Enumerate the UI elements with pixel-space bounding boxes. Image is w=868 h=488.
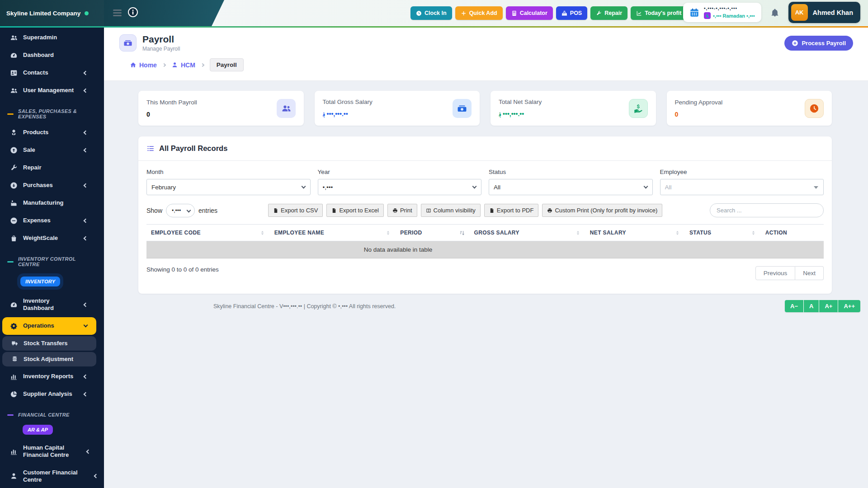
sidebar-item-operations[interactable]: Operations — [2, 317, 96, 335]
online-status-dot — [85, 11, 89, 15]
column-header-employee-code[interactable]: EMPLOYEE CODE — [146, 225, 270, 241]
quick-add-button[interactable]: Quick Add — [455, 6, 503, 20]
section-dash — [7, 113, 14, 115]
column-header-net-salary[interactable]: NET SALARY — [585, 225, 685, 241]
page-subtitle: Manage Payroll — [142, 46, 180, 52]
sidebar-item-expenses[interactable]: Expenses — [2, 212, 96, 230]
sidebar-item-human-capital-fc[interactable]: Human Capital Financial Centre — [2, 439, 96, 464]
file-icon — [273, 208, 278, 213]
sidebar-item-manufacturing[interactable]: Manufacturing — [2, 194, 96, 212]
sidebar-section-sales: SALES, PURCHASES & EXPENSES — [0, 99, 104, 124]
repair-button[interactable]: Repair — [590, 6, 627, 20]
plus-circle-icon — [792, 40, 798, 47]
arrow-up-circle-icon — [10, 146, 18, 154]
notification-bell-icon[interactable] — [770, 8, 779, 17]
banknote-icon — [453, 99, 472, 118]
todays-profit-button[interactable]: Today's profit — [631, 6, 687, 20]
hamburger-menu-icon[interactable] — [113, 9, 122, 18]
stat-card-month-payroll: This Month Payroll 0 — [138, 91, 304, 126]
chevron-right-icon — [162, 63, 166, 66]
font-smaller-button[interactable]: A− — [785, 300, 803, 312]
column-header-employee-name[interactable]: EMPLOYEE NAME — [270, 225, 396, 241]
export-buttons: Export to CSV Export to Excel Print — [268, 204, 662, 217]
sort-icon — [750, 230, 756, 236]
employee-select[interactable]: All — [660, 179, 824, 195]
sidebar-section-financial: FINANCIAL CENTRE — [0, 403, 104, 422]
sidebar-item-repair[interactable]: Repair — [2, 159, 96, 177]
column-header-action: ACTION — [761, 225, 824, 241]
sidebar-item-inventory-reports[interactable]: Inventory Reports — [2, 368, 96, 385]
records-header: All Payroll Records — [138, 136, 832, 161]
sidebar-badge-inventory[interactable]: INVENTORY — [17, 273, 63, 290]
chevron-left-icon — [84, 302, 88, 307]
sidebar-item-sale[interactable]: Sale — [2, 141, 96, 159]
date-widget[interactable]: •,•••-•,•••-•,••• •,••• Ramadan •,••• — [683, 3, 761, 22]
sidebar-badge-ar-ap[interactable]: AR & AP — [23, 425, 53, 435]
export-excel-button[interactable]: Export to Excel — [326, 204, 383, 217]
banknote-icon — [123, 38, 132, 47]
section-dash — [7, 261, 14, 263]
status-select[interactable]: All — [489, 179, 653, 195]
printer-icon — [547, 208, 552, 213]
table-controls: Show •,••• entries Export to CSV — [146, 203, 824, 217]
search-input[interactable] — [710, 203, 824, 217]
gauge-icon — [10, 52, 18, 59]
entries-summary: Showing 0 to 0 of 0 entries — [146, 266, 219, 273]
sort-icon — [575, 230, 581, 236]
page-title: Payroll — [142, 34, 180, 44]
sidebar-item-contacts[interactable]: Contacts — [2, 64, 96, 82]
print-button[interactable]: Print — [387, 204, 417, 217]
sidebar-item-products[interactable]: Products — [2, 124, 96, 141]
sidebar-item-superadmin[interactable]: Superadmin — [2, 29, 96, 47]
chevron-left-icon — [84, 131, 88, 135]
font-normal-button[interactable]: A — [804, 300, 819, 312]
bar-chart-icon — [10, 448, 18, 455]
sidebar-item-dashboard[interactable]: Dashboard — [2, 47, 96, 64]
sidebar-item-stock-adjustment[interactable]: Stock Adjustment — [2, 352, 96, 366]
crescent-moon-icon — [704, 12, 711, 19]
column-header-status[interactable]: STATUS — [685, 225, 761, 241]
user-menu[interactable]: AK Ahmed Khan — [788, 2, 860, 23]
breadcrumb-home[interactable]: Home — [130, 61, 157, 69]
pos-button[interactable]: POS — [556, 6, 587, 20]
clock-in-button[interactable]: Clock In — [410, 6, 452, 20]
gauge-icon — [10, 301, 18, 309]
process-payroll-button[interactable]: Process Payroll — [784, 36, 853, 51]
next-page-button[interactable]: Next — [795, 266, 824, 280]
sidebar-item-purchases[interactable]: Purchases — [2, 177, 96, 194]
sidebar-nav: Superadmin Dashboard Contacts User Manag… — [0, 26, 104, 488]
file-icon — [489, 208, 495, 213]
sidebar-item-stock-transfers[interactable]: Stock Transfers — [2, 336, 96, 351]
clock-icon — [416, 10, 422, 16]
custom-print-button[interactable]: Custom Print (Only for profit by invoice… — [542, 204, 662, 217]
chevron-left-icon — [86, 449, 91, 454]
chevron-left-icon — [84, 183, 88, 188]
export-pdf-button[interactable]: Export to PDF — [484, 204, 539, 217]
font-largest-button[interactable]: A++ — [838, 300, 860, 312]
column-header-period[interactable]: PERIOD — [396, 225, 469, 241]
page-length-control: Show •,••• entries — [146, 204, 217, 217]
stat-value: 0 — [146, 111, 197, 118]
font-larger-button[interactable]: A+ — [819, 300, 838, 312]
home-icon — [130, 61, 137, 68]
printer-icon — [392, 208, 398, 213]
export-csv-button[interactable]: Export to CSV — [268, 204, 323, 217]
app-window: Skyline Limited Company Superadmin Dashb… — [0, 0, 868, 488]
year-select[interactable]: •,••• — [318, 179, 482, 195]
sidebar-item-user-management[interactable]: User Management — [2, 82, 96, 99]
info-icon[interactable] — [127, 7, 138, 18]
calculator-button[interactable]: Calculator — [506, 6, 553, 20]
column-header-gross-salary[interactable]: GROSS SALARY — [470, 225, 585, 241]
column-visibility-button[interactable]: Column visibility — [421, 204, 481, 217]
breadcrumb: Home HCM Payroll — [104, 54, 868, 81]
sidebar-item-customer-fc[interactable]: Customer Financial Centre — [2, 464, 101, 488]
breadcrumb-hcm[interactable]: HCM — [171, 61, 195, 69]
sidebar-item-supplier-analysis[interactable]: Supplier Analysis — [2, 385, 96, 403]
sidebar-section-inventory: INVENTORY CONTROL CENTRE — [0, 247, 104, 272]
page-length-select[interactable]: •,••• — [166, 204, 195, 217]
previous-page-button[interactable]: Previous — [755, 266, 796, 280]
sidebar-item-inventory-dashboard[interactable]: Inventory Dashboard — [2, 292, 96, 317]
stat-value: 0 — [675, 111, 723, 118]
sidebar-item-weightscale[interactable]: WeightScale — [2, 230, 96, 247]
month-select[interactable]: February — [146, 179, 311, 195]
